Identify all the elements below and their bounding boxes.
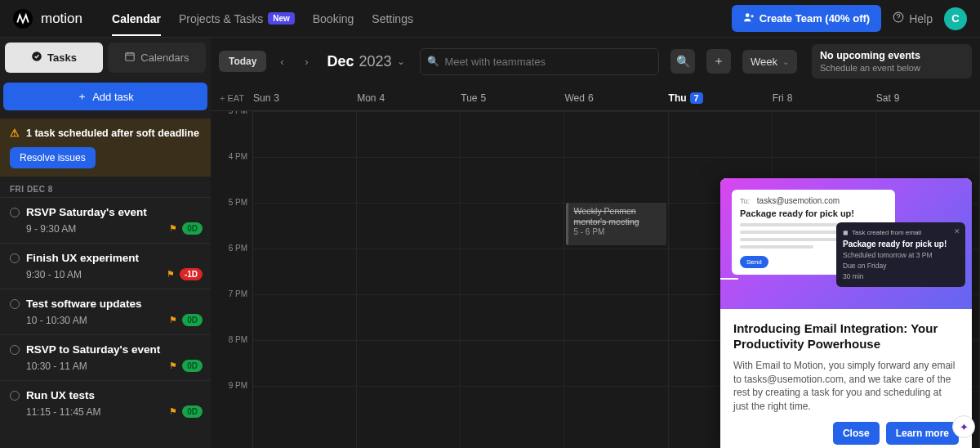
task-title: Test software updates (26, 298, 142, 310)
deadline-warning: ⚠ 1 task scheduled after soft deadline R… (0, 119, 211, 177)
day-header[interactable]: Mon 4 (357, 92, 461, 104)
avatar[interactable]: C (944, 7, 967, 30)
upcoming-events-panel[interactable]: No upcoming events Schedule an event bel… (812, 44, 972, 78)
view-selector[interactable]: Week ⌄ (742, 50, 797, 74)
side-tab-calendars[interactable]: Calendars (108, 43, 206, 73)
sparkle-icon: ✦ (960, 421, 969, 433)
search-icon: 🔍 (676, 55, 690, 68)
day-column[interactable] (253, 111, 357, 448)
hour-line (773, 157, 875, 158)
day-header[interactable]: Wed 6 (564, 92, 668, 104)
toast-line: Due on Friday (843, 262, 959, 270)
promo-illustration: To: tasks@usemotion.com Package ready fo… (720, 178, 972, 309)
add-event-button[interactable]: ＋ (706, 49, 731, 74)
resolve-label: Resolve issues (20, 152, 86, 164)
task-item[interactable]: Run UX tests 11:15 - 11:45 AM ⚑0D (0, 380, 211, 426)
task-toast: ✕ ◼Task created from email Package ready… (836, 222, 965, 287)
day-header[interactable]: Sat 9 (876, 92, 980, 104)
month-selector[interactable]: Dec 2023 ⌄ (327, 53, 404, 70)
task-check-icon[interactable] (10, 253, 20, 263)
hour-line (669, 111, 772, 112)
nav-tab-label: Projects & Tasks (179, 12, 263, 25)
hour-line (253, 294, 356, 295)
task-check-icon[interactable] (10, 345, 20, 355)
resolve-issues-button[interactable]: Resolve issues (10, 147, 96, 168)
task-item[interactable]: RSVP Saturday's event 9 - 9:30 AM ⚑0D (0, 197, 211, 243)
day-column[interactable]: Weekly Penmen mentor's meeting5 - 6 PM (564, 111, 668, 448)
floating-action-button[interactable]: ✦ (952, 415, 975, 438)
deadline-pill: -1D (180, 268, 203, 280)
day-header[interactable]: Thu 7 (669, 92, 773, 104)
promo-body: Introducing Email Integration: Your Prod… (720, 309, 972, 422)
plus-icon: + (220, 93, 225, 103)
hour-line (564, 340, 667, 341)
toast-header: Task created from email (852, 229, 921, 236)
day-header[interactable]: Fri 8 (773, 92, 876, 104)
timezone-header[interactable]: + EAT (211, 93, 253, 103)
hour-line (253, 203, 356, 204)
email-to: tasks@usemotion.com (757, 196, 840, 205)
task-item[interactable]: Finish UX experiment 9:30 - 10 AM ⚑-1D (0, 243, 211, 289)
day-name: Wed (564, 92, 584, 104)
hour-line (357, 249, 460, 249)
hour-line (357, 340, 460, 341)
hour-line (876, 157, 979, 158)
task-item[interactable]: Test software updates 10 - 10:30 AM ⚑0D (0, 289, 211, 334)
task-title: Finish UX experiment (26, 252, 139, 264)
new-badge: New (268, 12, 295, 25)
hour-line (461, 111, 564, 112)
day-header[interactable]: Sun 3 (253, 92, 357, 104)
add-task-button[interactable]: ＋ Add task (3, 83, 207, 110)
calendar-header-row: + EAT Sun 3Mon 4Tue 5Wed 6Thu 7Fri 8Sat … (211, 85, 980, 111)
prev-week-button[interactable]: ‹ (273, 52, 291, 70)
nav-tab-projects[interactable]: Projects & Tasks New (179, 2, 295, 36)
promo-close-button[interactable]: Close (833, 422, 880, 445)
task-check-icon[interactable] (10, 299, 20, 309)
nav-tab-booking[interactable]: Booking (313, 2, 354, 36)
day-name: Sun (253, 92, 270, 104)
day-column[interactable] (357, 111, 461, 448)
next-week-button[interactable]: › (297, 52, 315, 70)
deadline-pill: 0D (182, 405, 203, 418)
promo-learn-button[interactable]: Learn more (886, 422, 959, 445)
svg-point-0 (746, 13, 750, 17)
hour-label: 9 PM (211, 381, 252, 427)
toast-line: 30 min (843, 272, 959, 280)
nav-tab-settings[interactable]: Settings (372, 2, 413, 36)
task-item[interactable]: RSVP to Saturday's event 10:30 - 11 AM ⚑… (0, 334, 211, 380)
search-button[interactable]: 🔍 (670, 49, 695, 74)
nav-tab-calendar[interactable]: Calendar (112, 2, 161, 36)
day-name: Sat (876, 92, 891, 104)
calendar-toolbar: Today ‹ › Dec 2023 ⌄ 🔍 🔍 ＋ Week ⌄ No upc… (211, 38, 980, 85)
calendar-area: Today ‹ › Dec 2023 ⌄ 🔍 🔍 ＋ Week ⌄ No upc… (211, 38, 980, 448)
brand-name: motion (41, 11, 82, 27)
warning-icon: ⚠ (10, 127, 20, 139)
side-tab-label: Tasks (47, 52, 77, 64)
promo-heading: Introducing Email Integration: Your Prod… (733, 320, 959, 352)
search-input[interactable] (421, 49, 658, 74)
chevron-down-icon: ⌄ (397, 56, 405, 67)
create-team-button[interactable]: Create Team (40% off) (732, 5, 882, 32)
hour-line (669, 157, 772, 158)
today-button[interactable]: Today (219, 51, 266, 72)
hour-line (564, 157, 667, 158)
email-subject: Package ready for pick up! (740, 208, 887, 218)
task-check-icon[interactable] (10, 391, 20, 401)
check-icon (31, 51, 42, 65)
hour-line (357, 294, 460, 295)
day-column[interactable] (461, 111, 564, 448)
calendar-event[interactable]: Weekly Penmen mentor's meeting5 - 6 PM (566, 203, 666, 245)
side-tab-tasks[interactable]: Tasks (5, 43, 103, 73)
chevron-left-icon: ‹ (280, 56, 283, 68)
view-label: Week (751, 56, 777, 68)
toast-line: Scheduled tomorrow at 3 PM (843, 251, 959, 259)
task-list: RSVP Saturday's event 9 - 9:30 AM ⚑0DFin… (0, 197, 211, 448)
hour-line (564, 111, 667, 112)
today-chip: 7 (690, 92, 703, 104)
day-header[interactable]: Tue 5 (461, 92, 564, 104)
help-link[interactable]: Help (893, 11, 933, 25)
flag-icon: ⚑ (169, 361, 177, 371)
task-check-icon[interactable] (10, 208, 20, 217)
flag-icon: ⚑ (169, 315, 177, 325)
hour-label: 3 PM (211, 111, 252, 152)
